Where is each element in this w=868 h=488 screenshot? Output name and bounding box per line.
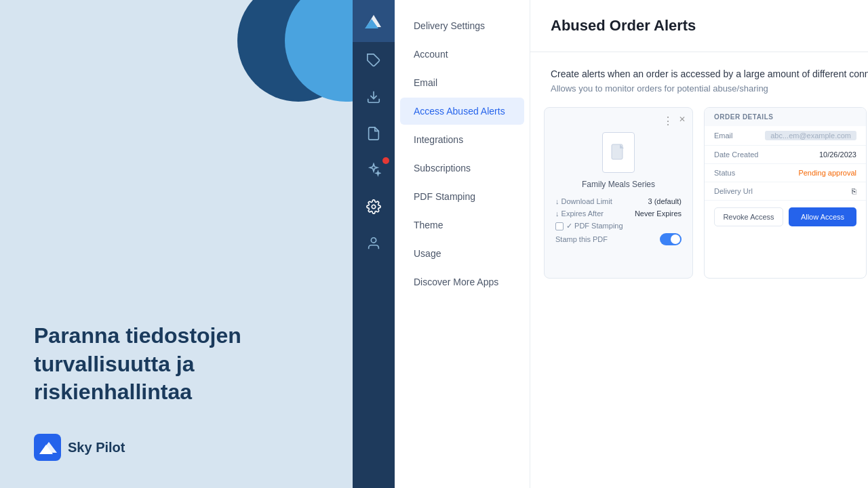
delivery-url-label: Delivery Url [714,187,753,195]
revoke-access-button[interactable]: Revoke Access [714,207,783,226]
status-value: Pending approval [798,169,856,177]
email-value: abc...em@example.com [765,131,856,140]
order-details-header: ORDER DETAILS [705,108,866,126]
file-icon [366,126,381,141]
brand-logo-icon [34,434,61,461]
order-card-dots-icon[interactable]: ⋮ [663,115,673,127]
logo-icon [363,11,384,31]
settings-icon [366,199,381,214]
allow-access-button[interactable]: Allow Access [789,207,856,226]
pdf-stamping-checkbox-row: ✓ PDF Stamping [555,222,682,230]
action-buttons: Revoke Access Allow Access [705,201,866,233]
email-row: Email abc...em@example.com [705,126,866,146]
user-icon [366,236,381,251]
file-name: Family Meals Series [555,180,682,189]
download-icon [366,89,381,104]
description-title: Create alerts when an order is accessed … [551,68,868,79]
nav-item-email[interactable]: Email [400,69,524,96]
svg-point-7 [372,205,376,209]
date-value: 10/26/2023 [819,150,856,159]
order-details: ORDER DETAILS Email abc...em@example.com… [704,107,867,279]
order-card-close-icon[interactable]: ✕ [679,115,686,124]
nav-menu: Delivery Settings Account Email Access A… [395,0,530,488]
download-limit-label: ↓ Download Limit [555,197,612,205]
notification-badge [382,157,389,164]
document-icon [610,143,627,162]
email-label: Email [714,131,733,140]
nav-item-account[interactable]: Account [400,41,524,68]
content-description: Create alerts when an order is accessed … [530,52,868,100]
order-card: ⋮ ✕ Family Meals Series ↓ Download Limit… [544,107,693,279]
tag-icon [366,53,381,68]
preview-area: ⋮ ✕ Family Meals Series ↓ Download Limit… [530,100,868,285]
sidebar-item-settings[interactable] [353,188,395,225]
nav-item-usage[interactable]: Usage [400,240,524,267]
date-row: Date Created 10/26/2023 [705,146,866,164]
status-label: Status [714,169,735,177]
sidebar-item-tag[interactable] [353,42,395,79]
sidebar [353,0,395,488]
stamp-row: Stamp this PDF [555,233,682,245]
nav-item-discover-more-apps[interactable]: Discover More Apps [400,268,524,296]
right-area: Delivery Settings Account Email Access A… [353,0,868,488]
sidebar-item-user[interactable] [353,225,395,262]
download-limit-value: 3 (default) [648,197,682,205]
sidebar-logo[interactable] [353,0,395,42]
delivery-url-row: Delivery Url ⎘ [705,182,866,201]
content-header: Abused Order Alerts Save [530,0,868,52]
nav-item-theme[interactable]: Theme [400,211,524,239]
nav-item-delivery-settings[interactable]: Delivery Settings [400,12,524,39]
file-icon [602,132,635,173]
svg-point-8 [371,238,376,243]
delivery-url-copy-icon[interactable]: ⎘ [852,187,856,195]
download-limit-row: ↓ Download Limit 3 (default) [555,197,682,205]
main-content: Abused Order Alerts Save Create alerts w… [530,0,868,488]
stamp-label: Stamp this PDF [555,235,608,243]
nav-item-pdf-stamping[interactable]: PDF Stamping [400,183,524,210]
sparkle-icon [366,163,381,178]
pdf-stamping-label: ✓ PDF Stamping [566,222,623,230]
status-row: Status Pending approval [705,164,866,182]
left-panel: Paranna tiedostojen turvallisuutta ja ri… [0,0,353,488]
expires-label: ↓ Expires After [555,209,604,218]
nav-item-subscriptions[interactable]: Subscriptions [400,155,524,182]
brand: Sky Pilot [34,434,353,461]
sidebar-item-file[interactable] [353,115,395,152]
pdf-stamping-checkbox[interactable] [555,222,564,230]
expires-row: ↓ Expires After Never Expires [555,209,682,218]
file-icon-wrap [555,132,682,173]
expires-value: Never Expires [635,209,682,218]
sidebar-item-sparkle[interactable] [353,152,395,188]
page-title: Abused Order Alerts [551,17,696,35]
sidebar-item-download[interactable] [353,79,395,115]
brand-name: Sky Pilot [68,440,125,455]
nav-item-access-abused-alerts[interactable]: Access Abused Alerts [400,98,524,125]
description-subtitle: Allows you to monitor orders for potenti… [551,83,868,94]
date-label: Date Created [714,150,758,159]
stamp-toggle[interactable] [660,233,682,245]
nav-item-integrations[interactable]: Integrations [400,126,524,153]
hero-text: Paranna tiedostojen turvallisuutta ja ri… [34,322,353,407]
